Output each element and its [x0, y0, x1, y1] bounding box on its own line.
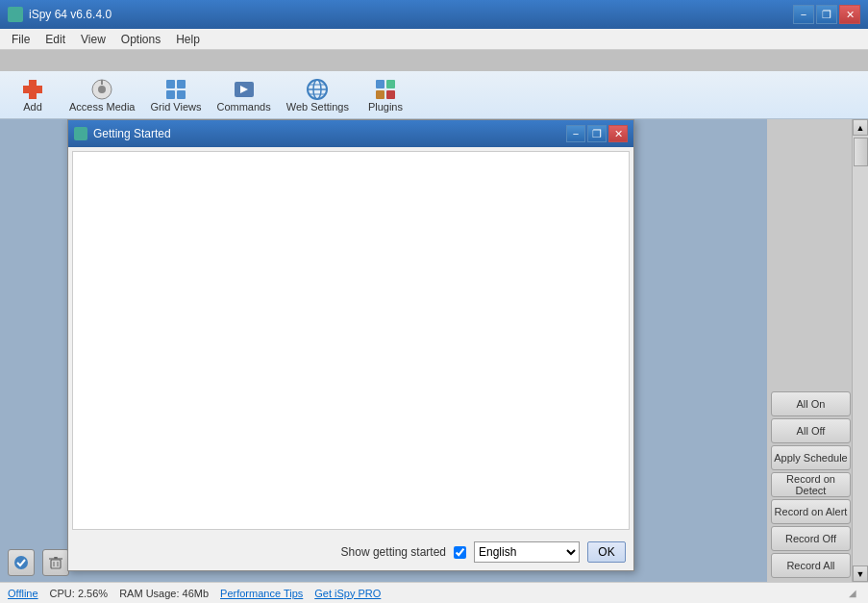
menu-edit[interactable]: Edit: [37, 31, 73, 48]
dialog-title-bar: Getting Started − ❐ ✕: [68, 120, 633, 147]
dialog-content: [72, 151, 630, 530]
svg-rect-3: [101, 80, 103, 85]
ok-button[interactable]: OK: [587, 541, 626, 563]
dialog-restore-button[interactable]: ❐: [587, 125, 607, 142]
svg-rect-6: [166, 90, 175, 99]
svg-marker-0: [23, 80, 42, 99]
perf-tips-link[interactable]: Performance Tips: [220, 588, 303, 599]
commands-icon: [233, 78, 256, 101]
add-icon: [21, 78, 44, 101]
toolbar-media-label: Access Media: [69, 101, 135, 113]
getting-started-dialog: Getting Started − ❐ ✕ Show getting start…: [67, 119, 634, 571]
svg-rect-16: [386, 80, 395, 88]
dialog-overlay: Getting Started − ❐ ✕ Show getting start…: [0, 119, 868, 582]
dialog-close-button[interactable]: ✕: [608, 125, 628, 142]
toolbar-web-settings[interactable]: Web Settings: [279, 74, 357, 116]
toolbar-add-label: Add: [23, 101, 42, 113]
dialog-icon: [74, 127, 87, 140]
menu-options[interactable]: Options: [113, 31, 168, 48]
title-bar: iSpy 64 v6.6.4.0 − ❐ ✕: [0, 0, 868, 29]
svg-rect-4: [166, 80, 175, 88]
app-icon: [8, 7, 23, 22]
menu-view[interactable]: View: [73, 31, 113, 48]
svg-rect-17: [376, 90, 384, 99]
dialog-title: Getting Started: [93, 127, 564, 140]
show-getting-started-label: Show getting started: [341, 545, 446, 559]
toolbar-access-media[interactable]: Access Media: [62, 74, 142, 116]
svg-rect-5: [177, 80, 186, 88]
main-area: All On All Off Apply Schedule Record on …: [0, 119, 868, 582]
toolbar-commands[interactable]: Commands: [209, 74, 278, 116]
dialog-footer: Show getting started English French Germ…: [68, 534, 633, 570]
grid-icon: [164, 78, 187, 101]
cpu-status: CPU: 2.56%: [50, 588, 109, 599]
toolbar-plugins[interactable]: Plugins: [357, 74, 414, 116]
menu-bar: File Edit View Options Help: [0, 29, 868, 50]
status-bar: Offline CPU: 2.56% RAM Usage: 46Mb Perfo…: [0, 582, 868, 603]
restore-button[interactable]: ❐: [816, 5, 837, 24]
toolbar-grid-views[interactable]: Grid Views: [142, 74, 209, 116]
menu-file[interactable]: File: [4, 31, 37, 48]
close-button[interactable]: ✕: [839, 5, 860, 24]
svg-point-2: [98, 86, 106, 93]
ispypro-link[interactable]: Get iSpy PRO: [314, 588, 381, 599]
svg-rect-18: [386, 90, 395, 99]
language-select[interactable]: English French German Spanish: [474, 541, 580, 563]
toolbar-commands-label: Commands: [216, 101, 270, 113]
toolbar-plugins-label: Plugins: [368, 101, 403, 113]
menu-help[interactable]: Help: [168, 31, 208, 48]
svg-rect-7: [177, 90, 186, 99]
media-icon: [90, 78, 113, 101]
show-getting-started-checkbox[interactable]: [454, 546, 466, 559]
web-icon: [306, 78, 329, 101]
resize-grip[interactable]: ◢: [849, 588, 860, 599]
plugins-icon: [374, 78, 397, 101]
toolbar: Add Access Media Grid Views: [0, 71, 868, 119]
toolbar-grid-label: Grid Views: [150, 101, 201, 113]
minimize-button[interactable]: −: [793, 5, 814, 24]
ram-status: RAM Usage: 46Mb: [119, 588, 209, 599]
dialog-minimize-button[interactable]: −: [566, 125, 585, 142]
offline-link[interactable]: Offline: [8, 588, 38, 599]
toolbar-web-label: Web Settings: [286, 101, 349, 113]
app-title: iSpy 64 v6.6.4.0: [29, 8, 791, 21]
toolbar-add[interactable]: Add: [4, 74, 62, 116]
svg-rect-15: [376, 80, 384, 88]
